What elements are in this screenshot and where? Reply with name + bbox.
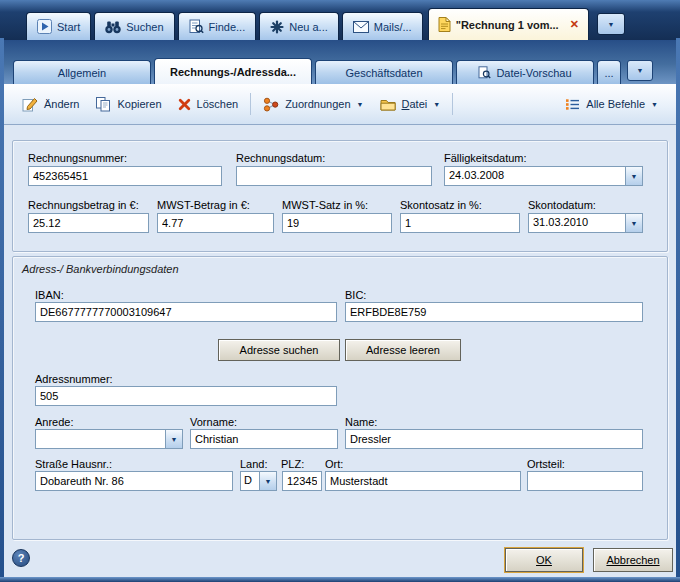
anrede-label: Anrede: xyxy=(35,416,74,428)
anrede-combo[interactable]: ▼ xyxy=(35,429,183,449)
chevron-down-icon: ▼ xyxy=(631,173,638,180)
skontosatz-label: Skontosatz in %: xyxy=(400,199,482,211)
iban-label: IBAN: xyxy=(35,289,64,301)
bic-field[interactable] xyxy=(345,302,643,322)
mwst-betrag-field[interactable] xyxy=(157,213,274,233)
faelligkeitsdatum-value: 24.03.2008 xyxy=(445,167,625,185)
mwst-betrag-label: MWST-Betrag in €: xyxy=(157,199,250,211)
ort-field[interactable] xyxy=(325,471,521,491)
application-window: Start Suchen Finde... Neu a... Mails/...… xyxy=(0,0,680,582)
faelligkeitsdatum-combo[interactable]: 24.03.2008 ▼ xyxy=(444,166,643,186)
rechnungsbetrag-label: Rechnungsbetrag in €: xyxy=(28,199,139,211)
rechnungsbetrag-field[interactable] xyxy=(28,213,149,233)
chevron-down-icon: ▼ xyxy=(631,220,638,227)
mwst-satz-field[interactable] xyxy=(282,213,392,233)
name-label: Name: xyxy=(345,416,377,428)
rechnungsnummer-label: Rechnungsnummer: xyxy=(28,152,127,164)
mwst-satz-label: MWST-Satz in %: xyxy=(282,199,368,211)
ok-button[interactable]: OK xyxy=(505,548,583,572)
chevron-down-icon: ▼ xyxy=(265,478,272,485)
name-field[interactable] xyxy=(345,429,643,449)
vorname-field[interactable] xyxy=(190,429,338,449)
help-icon: ? xyxy=(18,552,25,564)
vorname-label: Vorname: xyxy=(190,416,237,428)
form-layer: Rechnungsnummer: Rechnungsdatum: Fälligk… xyxy=(0,0,680,582)
adressnummer-label: Adressnummer: xyxy=(35,373,113,385)
land-dropdown-button[interactable]: ▼ xyxy=(259,472,276,490)
ortsteil-label: Ortsteil: xyxy=(527,458,565,470)
plz-label: PLZ: xyxy=(281,458,304,470)
iban-field[interactable] xyxy=(35,302,337,322)
faelligkeitsdatum-label: Fälligkeitsdatum: xyxy=(444,152,527,164)
rechnungsdatum-label: Rechnungsdatum: xyxy=(236,152,325,164)
skontosatz-field[interactable] xyxy=(400,213,520,233)
land-combo[interactable]: D ▼ xyxy=(240,471,277,491)
faelligkeitsdatum-dropdown-button[interactable]: ▼ xyxy=(625,167,642,185)
rechnungsdatum-field[interactable] xyxy=(236,166,432,186)
help-button[interactable]: ? xyxy=(12,549,30,567)
strasse-label: Straße Hausnr.: xyxy=(35,458,112,470)
skontodatum-label: Skontodatum: xyxy=(528,199,596,211)
bic-label: BIC: xyxy=(345,289,366,301)
land-label: Land: xyxy=(240,458,268,470)
strasse-field[interactable] xyxy=(35,471,233,491)
plz-field[interactable] xyxy=(282,471,322,491)
adresse-suchen-button[interactable]: Adresse suchen xyxy=(218,339,340,361)
adresse-leeren-button[interactable]: Adresse leeren xyxy=(345,339,461,361)
chevron-down-icon: ▼ xyxy=(171,436,178,443)
rechnungsnummer-field[interactable] xyxy=(28,166,222,186)
ortsteil-field[interactable] xyxy=(527,471,643,491)
skontodatum-combo[interactable]: 31.03.2010 ▼ xyxy=(528,213,643,233)
anrede-dropdown-button[interactable]: ▼ xyxy=(165,430,182,448)
abbrechen-button[interactable]: Abbrechen xyxy=(593,548,673,572)
address-section-title: Adress-/ Bankverbindungsdaten xyxy=(22,263,179,275)
ort-label: Ort: xyxy=(325,458,343,470)
skontodatum-value: 31.03.2010 xyxy=(529,214,625,232)
land-value: D xyxy=(241,472,259,490)
skontodatum-dropdown-button[interactable]: ▼ xyxy=(625,214,642,232)
adressnummer-field[interactable] xyxy=(35,386,337,406)
anrede-value xyxy=(36,430,165,448)
